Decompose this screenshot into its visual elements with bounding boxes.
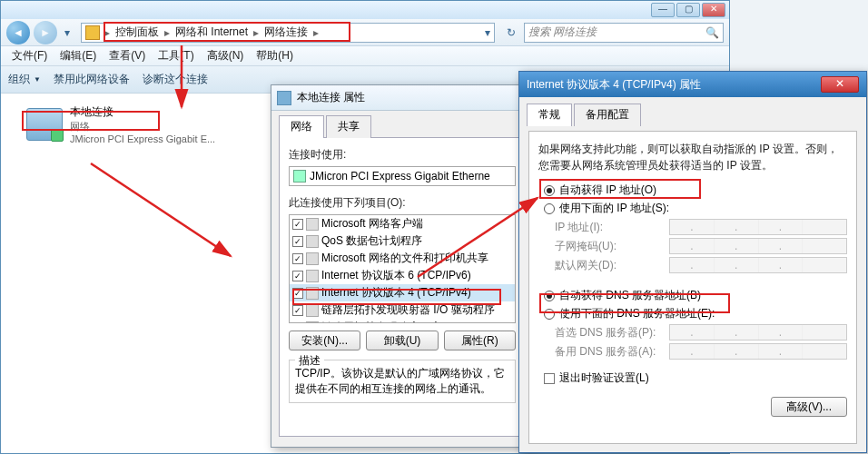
gateway-label: 默认网关(D): bbox=[555, 258, 664, 273]
ipv4-footer: 确定 取消 bbox=[519, 449, 866, 454]
close-button[interactable]: ✕ bbox=[821, 76, 859, 93]
list-item: ✓Internet 协议版本 6 (TCP/IPv6) bbox=[290, 267, 515, 284]
description-text: TCP/IP。该协议是默认的广域网络协议，它提供在不同的相互连接的网络上的通讯。 bbox=[295, 366, 509, 397]
components-list[interactable]: ✓Microsoft 网络客户端 ✓QoS 数据包计划程序 ✓Microsoft… bbox=[289, 214, 516, 323]
ipv4-titlebar: Internet 协议版本 4 (TCP/IPv4) 属性 ✕ bbox=[519, 72, 866, 97]
radio-auto-dns[interactable] bbox=[544, 291, 555, 301]
tabs: 网络 共享 bbox=[279, 114, 526, 137]
install-button[interactable]: 安装(N)... bbox=[289, 331, 360, 350]
titlebar: — ▢ ✕ bbox=[1, 1, 729, 19]
ip-label: IP 地址(I): bbox=[555, 220, 664, 235]
auto-dns-radio-row[interactable]: 自动获得 DNS 服务器地址(B) bbox=[544, 288, 847, 303]
breadcrumb[interactable]: ▸ 控制面板 ▸ 网络和 Internet ▸ 网络连接 ▸ ▾ bbox=[81, 23, 495, 43]
dialog-title: 本地连接 属性 bbox=[297, 90, 365, 105]
dns1-input: ... bbox=[669, 324, 847, 340]
connection-device: JMicron PCI Express Gigabit E... bbox=[70, 133, 215, 144]
folder-icon bbox=[85, 25, 100, 40]
refresh-button[interactable]: ↻ bbox=[502, 26, 520, 39]
adapter-icon bbox=[277, 91, 291, 105]
validate-checkbox[interactable] bbox=[544, 373, 555, 384]
ipv4-tabs: 常规 备用配置 bbox=[527, 103, 859, 125]
description-label: 描述 bbox=[295, 353, 324, 369]
properties-button[interactable]: 属性(R) bbox=[444, 331, 516, 350]
tab-panel: 连接时使用: JMicron PCI Express Gigabit Ether… bbox=[279, 137, 526, 437]
connection-title: 本地连接 bbox=[70, 104, 215, 120]
search-placeholder: 搜索 网络连接 bbox=[528, 25, 597, 40]
organize-button[interactable]: 组织▼ bbox=[8, 72, 41, 87]
search-box[interactable]: 搜索 网络连接 🔍 bbox=[524, 23, 724, 43]
breadcrumb-seg-2[interactable]: 网络连接 bbox=[261, 25, 311, 40]
ipv4-panel: 如果网络支持此功能，则可以获取自动指派的 IP 设置。否则，您需要从网络系统管理… bbox=[528, 131, 857, 444]
connection-properties-dialog: 本地连接 属性 网络 共享 连接时使用: JMicron PCI Express… bbox=[271, 84, 534, 448]
list-item: ✓链路层拓扑发现映射器 I/O 驱动程序 bbox=[290, 301, 515, 319]
tab-sharing[interactable]: 共享 bbox=[326, 115, 371, 138]
connection-item[interactable]: 本地连接 网络 JMicron PCI Express Gigabit E... bbox=[25, 103, 270, 146]
radio-manual-dns[interactable] bbox=[544, 309, 555, 320]
breadcrumb-seg-1[interactable]: 网络和 Internet bbox=[172, 25, 252, 40]
minimize-button[interactable]: — bbox=[651, 3, 675, 17]
ipv4-properties-dialog: Internet 协议版本 4 (TCP/IPv4) 属性 ✕ 常规 备用配置 … bbox=[518, 71, 867, 453]
list-item: ✓Microsoft 网络的文件和打印机共享 bbox=[290, 250, 515, 267]
description-group: 描述 TCP/IP。该协议是默认的广域网络协议，它提供在不同的相互连接的网络上的… bbox=[289, 360, 516, 403]
menu-edit[interactable]: 编辑(E) bbox=[54, 46, 102, 65]
ipv4-title: Internet 协议版本 4 (TCP/IPv4) 属性 bbox=[527, 77, 701, 93]
history-dropdown[interactable]: ▾ bbox=[61, 24, 74, 42]
manual-dns-radio-row[interactable]: 使用下面的 DNS 服务器地址(E): bbox=[544, 306, 847, 321]
mask-input: ... bbox=[669, 238, 847, 254]
connection-subtitle: 网络 bbox=[70, 120, 215, 133]
dns1-label: 首选 DNS 服务器(P): bbox=[555, 325, 664, 340]
close-button[interactable]: ✕ bbox=[702, 3, 725, 17]
ip-input: ... bbox=[669, 219, 847, 235]
list-item: ✓QoS 数据包计划程序 bbox=[290, 232, 515, 250]
device-name: JMicron PCI Express Gigabit Etherne bbox=[310, 170, 490, 183]
menu-advanced[interactable]: 高级(N) bbox=[202, 46, 250, 65]
tab-network[interactable]: 网络 bbox=[279, 115, 324, 138]
radio-manual-ip[interactable] bbox=[544, 203, 555, 214]
back-button[interactable]: ◄ bbox=[6, 21, 30, 44]
dns2-input: ... bbox=[669, 343, 847, 360]
intro-text: 如果网络支持此功能，则可以获取自动指派的 IP 设置。否则，您需要从网络系统管理… bbox=[538, 141, 847, 173]
menu-help[interactable]: 帮助(H) bbox=[251, 46, 299, 65]
radio-auto-ip[interactable] bbox=[544, 185, 555, 196]
breadcrumb-seg-0[interactable]: 控制面板 bbox=[112, 25, 163, 40]
navbar: ◄ ► ▾ ▸ 控制面板 ▸ 网络和 Internet ▸ 网络连接 ▸ ▾ ↻… bbox=[1, 19, 729, 46]
tab-alternate[interactable]: 备用配置 bbox=[574, 104, 641, 126]
list-item: ✓Microsoft 网络客户端 bbox=[290, 215, 515, 232]
items-label: 此连接使用下列项目(O): bbox=[289, 195, 516, 211]
forward-button[interactable]: ► bbox=[34, 21, 57, 44]
menubar: 文件(F) 编辑(E) 查看(V) 工具(T) 高级(N) 帮助(H) bbox=[1, 46, 729, 66]
disable-device-button[interactable]: 禁用此网络设备 bbox=[54, 72, 130, 87]
maximize-button[interactable]: ▢ bbox=[676, 3, 700, 17]
list-item: ✓链路层拓扑发现响应程序 bbox=[290, 319, 515, 323]
dialog-titlebar: 本地连接 属性 bbox=[271, 85, 533, 111]
search-icon: 🔍 bbox=[705, 26, 719, 39]
connect-using-label: 连接时使用: bbox=[289, 147, 516, 163]
nic-icon bbox=[293, 170, 306, 183]
diagnose-button[interactable]: 诊断这个连接 bbox=[143, 72, 208, 87]
validate-checkbox-row[interactable]: 退出时验证设置(L) bbox=[544, 370, 847, 386]
menu-file[interactable]: 文件(F) bbox=[6, 46, 53, 65]
device-box: JMicron PCI Express Gigabit Etherne bbox=[289, 166, 516, 186]
advanced-button[interactable]: 高级(V)... bbox=[771, 397, 847, 417]
menu-tools[interactable]: 工具(T) bbox=[153, 46, 199, 65]
network-adapter-icon bbox=[26, 108, 63, 141]
manual-ip-radio-row[interactable]: 使用下面的 IP 地址(S): bbox=[544, 201, 847, 216]
dns2-label: 备用 DNS 服务器(A): bbox=[555, 344, 664, 360]
uninstall-button[interactable]: 卸载(U) bbox=[366, 331, 438, 350]
auto-ip-radio-row[interactable]: 自动获得 IP 地址(O) bbox=[544, 183, 847, 198]
list-item-ipv4: ✓Internet 协议版本 4 (TCP/IPv4) bbox=[290, 284, 515, 301]
gateway-input: ... bbox=[669, 257, 847, 273]
tab-general[interactable]: 常规 bbox=[527, 104, 572, 126]
menu-view[interactable]: 查看(V) bbox=[104, 46, 151, 65]
mask-label: 子网掩码(U): bbox=[555, 239, 664, 254]
